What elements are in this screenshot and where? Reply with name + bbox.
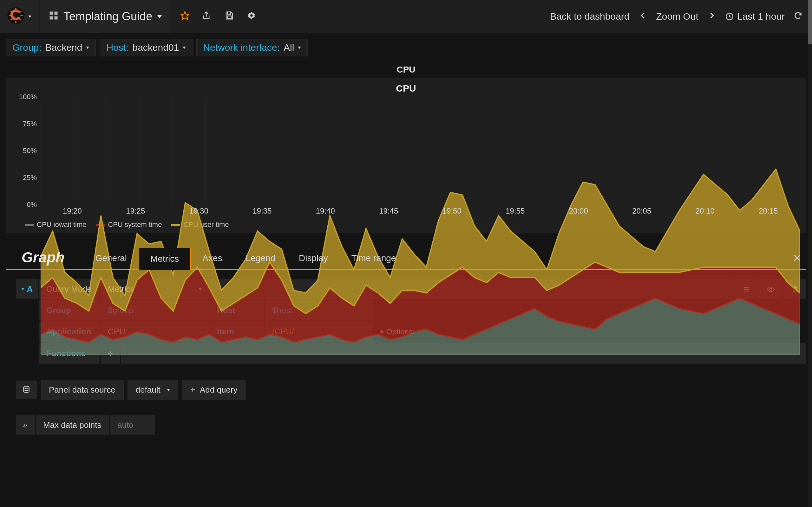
save-icon[interactable] xyxy=(224,11,234,22)
chevron-down-icon xyxy=(157,15,162,18)
close-icon[interactable] xyxy=(792,253,802,265)
svg-rect-3 xyxy=(50,16,53,20)
x-tick: 19:20 xyxy=(63,207,82,216)
vertical-scrollbar[interactable] xyxy=(808,0,812,507)
dashboard-title: Templating Guide xyxy=(63,10,152,23)
max-dp-label: Max data points xyxy=(36,415,109,435)
time-range-picker[interactable]: Last 1 hour xyxy=(725,11,785,22)
chevron-down-icon xyxy=(28,15,32,18)
scroll-thumb[interactable] xyxy=(808,0,812,44)
svg-rect-4 xyxy=(55,16,58,20)
add-query-button[interactable]: + Add query xyxy=(182,380,246,400)
editor-tabs: GeneralMetricsAxesLegendDisplayTime rang… xyxy=(84,247,408,269)
nav-right: Back to dashboard Zoom Out Last 1 hour xyxy=(550,11,812,22)
max-data-points-row: Max data points auto xyxy=(16,415,806,435)
x-tick: 19:50 xyxy=(443,207,461,216)
settings-icon[interactable] xyxy=(247,11,256,22)
chevron-down-icon xyxy=(167,389,170,391)
tab-display[interactable]: Display xyxy=(287,247,340,269)
zoom-out-button[interactable]: Zoom Out xyxy=(656,11,699,22)
x-tick: 19:45 xyxy=(379,207,398,216)
x-tick: 20:15 xyxy=(759,207,778,216)
refresh-icon[interactable] xyxy=(794,11,803,22)
svg-rect-1 xyxy=(50,12,53,15)
share-icon[interactable] xyxy=(202,11,212,22)
panel-footer: Panel data source default + Add query xyxy=(16,380,806,400)
datasource-label: Panel data source xyxy=(41,380,124,400)
max-dp-input[interactable]: auto xyxy=(110,415,155,435)
var-group[interactable]: Group: Backend xyxy=(6,39,96,56)
chevron-down-icon xyxy=(298,47,301,49)
svg-rect-2 xyxy=(55,12,58,15)
svg-point-9 xyxy=(250,14,253,17)
chevron-right-icon[interactable] xyxy=(707,11,716,22)
chevron-down-icon xyxy=(86,47,89,49)
chart-area[interactable]: 0%25%50%75%100% xyxy=(41,97,800,205)
top-nav: Templating Guide Back to dashboard Zoom … xyxy=(0,0,812,33)
wrench-icon[interactable] xyxy=(16,415,35,435)
template-variables: Group: Backend Host: backend01 Network i… xyxy=(0,33,812,56)
panel-editor-header: Graph GeneralMetricsAxesLegendDisplayTim… xyxy=(6,247,806,270)
x-tick: 20:05 xyxy=(632,207,651,216)
datasource-select[interactable]: default xyxy=(128,380,178,400)
y-tick: 25% xyxy=(23,174,37,182)
y-tick: 0% xyxy=(27,201,37,209)
var-network-interface[interactable]: Network interface: All xyxy=(196,39,308,56)
tab-axes[interactable]: Axes xyxy=(191,247,234,269)
y-tick: 100% xyxy=(19,93,37,101)
tab-time-range[interactable]: Time range xyxy=(340,247,408,269)
chevron-left-icon[interactable] xyxy=(639,11,647,22)
back-link[interactable]: Back to dashboard xyxy=(550,11,629,22)
dashboard-icon xyxy=(49,10,58,23)
svg-point-17 xyxy=(23,386,29,389)
editor-type: Graph xyxy=(21,249,64,266)
star-icon[interactable] xyxy=(180,11,190,22)
x-tick: 20:00 xyxy=(569,207,588,216)
grafana-menu[interactable] xyxy=(0,0,38,33)
x-tick: 19:40 xyxy=(316,207,335,216)
tab-general[interactable]: General xyxy=(84,247,139,269)
x-tick: 19:55 xyxy=(506,207,525,216)
x-tick: 19:30 xyxy=(189,207,208,216)
tab-metrics[interactable]: Metrics xyxy=(139,248,191,270)
x-tick: 20:10 xyxy=(696,207,715,216)
svg-rect-6 xyxy=(227,12,231,14)
y-tick: 75% xyxy=(23,120,37,128)
row-title: CPU xyxy=(0,65,812,75)
x-tick: 19:25 xyxy=(126,207,145,216)
x-tick: 19:35 xyxy=(252,207,271,216)
panel-title: CPU xyxy=(6,83,806,94)
chevron-down-icon xyxy=(183,47,186,49)
tab-legend[interactable]: Legend xyxy=(234,247,287,269)
var-host[interactable]: Host: backend01 xyxy=(100,39,193,56)
nav-icons xyxy=(180,11,256,22)
dashboard-picker[interactable]: Templating Guide xyxy=(40,0,171,33)
svg-rect-7 xyxy=(227,16,232,19)
grafana-logo-icon xyxy=(7,6,25,26)
query-toggle[interactable]: A xyxy=(16,279,38,299)
svg-marker-5 xyxy=(181,12,189,20)
datasource-icon[interactable] xyxy=(16,381,37,399)
cpu-panel: CPU 0%25%50%75%100% 19:2019:2519:3019:35… xyxy=(6,78,806,233)
chevron-down-icon xyxy=(21,288,24,290)
y-tick: 50% xyxy=(23,147,37,155)
